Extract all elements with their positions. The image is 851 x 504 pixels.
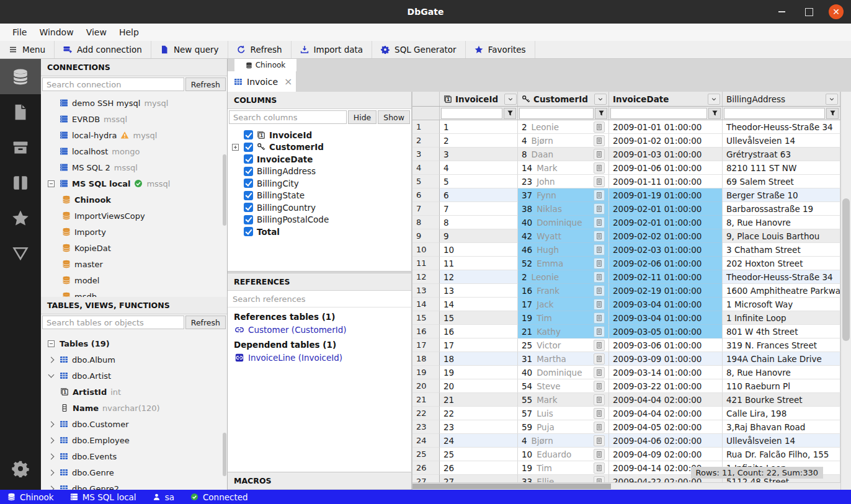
cell-customerid[interactable]: 54Steve <box>518 379 609 393</box>
column-checkbox-row-billingcity[interactable]: BillingCity <box>228 177 411 190</box>
connections-scrollbar[interactable] <box>223 154 226 226</box>
table-column-item-name[interactable]: Namenvarchar(120) <box>41 400 227 416</box>
cell-invoiceid[interactable]: 5 <box>440 175 518 188</box>
database-item-chinook[interactable]: Chinook <box>41 192 227 208</box>
filter-funnel-icon[interactable] <box>595 108 607 119</box>
row-number[interactable]: 10 <box>412 243 440 257</box>
cell-invoicedate[interactable]: 2009-03-09 01:00:00 <box>609 352 723 366</box>
cell-invoicedate[interactable]: 2009-03-04 01:00:00 <box>609 298 723 311</box>
cell-customerid[interactable]: 8Daan <box>518 148 609 161</box>
tables-group[interactable]: Tables (19) <box>41 335 227 351</box>
column-header-invoiceid[interactable]: 1InvoiceId <box>440 92 518 106</box>
cell-invoicedate[interactable]: 2009-02-11 01:00:00 <box>609 270 723 284</box>
cell-invoiceid[interactable]: 10 <box>440 243 518 257</box>
table-item-dbo-events[interactable]: dbo.Events <box>41 448 227 464</box>
activity-filter[interactable] <box>0 236 41 271</box>
open-detail-icon[interactable] <box>594 149 605 160</box>
checkbox[interactable] <box>244 130 253 139</box>
row-number[interactable]: 12 <box>412 270 440 284</box>
connection-item-ms-sql-local[interactable]: MS SQL localmssql <box>41 175 227 192</box>
column-checkbox-row-invoicedate[interactable]: InvoiceDate <box>228 153 411 166</box>
cell-customerid[interactable]: 21Kathy <box>518 325 609 338</box>
row-number[interactable]: 21 <box>412 393 440 407</box>
table-item-dbo-genre[interactable]: dbo.Genre <box>41 464 227 480</box>
cell-invoicedate[interactable]: 2009-02-01 01:00:00 <box>609 202 723 216</box>
table-column-item-artistid[interactable]: 1ArtistIdint <box>41 384 227 400</box>
column-checkbox-row-invoiceid[interactable]: 1InvoiceId <box>228 129 411 141</box>
toolbar-new-query-button[interactable]: New query <box>151 41 228 58</box>
cell-billingaddress[interactable]: 3,Raj Bhavan Road <box>723 420 840 434</box>
row-number[interactable]: 8 <box>412 216 440 229</box>
cell-billingaddress[interactable]: 110 Raeburn Pl <box>723 379 840 393</box>
connection-item-local-hydra[interactable]: local-hydramysql <box>41 127 227 143</box>
column-header-customerid[interactable]: CustomerId <box>518 92 609 106</box>
cell-invoiceid[interactable]: 15 <box>440 311 518 325</box>
toolbar-add-connection-button[interactable]: Add connection <box>55 41 151 58</box>
open-detail-icon[interactable] <box>594 462 605 474</box>
cell-invoicedate[interactable]: 2009-02-01 01:00:00 <box>609 216 723 229</box>
connection-item-localhost[interactable]: localhostmongo <box>41 143 227 159</box>
cell-invoiceid[interactable]: 2 <box>440 134 518 148</box>
column-menu-button[interactable] <box>594 94 607 105</box>
row-number[interactable]: 23 <box>412 420 440 434</box>
open-detail-icon[interactable] <box>594 217 605 228</box>
toolbar-sql-generator-button[interactable]: SQL Generator <box>372 41 466 58</box>
toolbar-refresh-button[interactable]: Refresh <box>228 41 292 58</box>
open-detail-icon[interactable] <box>594 394 605 405</box>
checkbox[interactable] <box>244 191 253 200</box>
cell-billingaddress[interactable]: 1 Infinite Loop <box>723 311 840 325</box>
table-item-dbo-album[interactable]: dbo.Album <box>41 351 227 368</box>
cell-billingaddress[interactable]: 1 Microsoft Way <box>723 298 840 311</box>
cell-invoicedate[interactable]: 2009-02-06 01:00:00 <box>609 257 723 270</box>
table-item-dbo-customer[interactable]: dbo.Customer <box>41 416 227 432</box>
chevron-right-icon[interactable] <box>47 454 56 459</box>
columns-search-input[interactable] <box>229 110 347 124</box>
cell-invoicedate[interactable]: 2009-01-11 01:00:00 <box>609 175 723 188</box>
cell-invoicedate[interactable]: 2009-01-01 01:00:00 <box>609 120 723 134</box>
cell-invoicedate[interactable]: 2009-02-19 01:00:00 <box>609 284 723 298</box>
cell-invoiceid[interactable]: 7 <box>440 202 518 216</box>
open-detail-icon[interactable] <box>594 422 605 433</box>
chevron-right-icon[interactable] <box>47 422 56 427</box>
cell-invoiceid[interactable]: 14 <box>440 298 518 311</box>
chevron-right-icon[interactable] <box>47 358 56 362</box>
row-number[interactable]: 22 <box>412 407 440 420</box>
cell-invoicedate[interactable]: 2009-04-05 02:00:00 <box>609 420 723 434</box>
cell-billingaddress[interactable]: Theodor-Heuss-Straße 34 <box>723 270 840 284</box>
menu-window[interactable]: Window <box>33 25 79 39</box>
cell-invoiceid[interactable]: 21 <box>440 393 518 407</box>
filter-input-customerid[interactable] <box>519 108 594 119</box>
cell-invoiceid[interactable]: 19 <box>440 366 518 379</box>
activity-library[interactable] <box>0 165 41 200</box>
open-detail-icon[interactable] <box>594 135 605 146</box>
row-number[interactable]: 20 <box>412 379 440 393</box>
row-number[interactable]: 3 <box>412 148 440 161</box>
connection-item-evrdb[interactable]: EVRDBmssql <box>41 111 227 127</box>
row-number[interactable]: 24 <box>412 434 440 448</box>
close-icon[interactable]: × <box>284 76 292 87</box>
open-detail-icon[interactable] <box>594 258 605 269</box>
collapse-icon[interactable] <box>47 180 56 187</box>
row-number[interactable]: 14 <box>412 298 440 311</box>
column-checkbox-row-customerid[interactable]: CustomerId <box>228 141 411 154</box>
open-detail-icon[interactable] <box>594 231 605 242</box>
cell-customerid[interactable]: 55Mark <box>518 393 609 407</box>
column-checkbox-row-billingpostalcode[interactable]: BillingPostalCode <box>228 214 411 226</box>
cell-customerid[interactable]: 37Fynn <box>518 188 609 202</box>
database-item-model[interactable]: model <box>41 272 227 288</box>
cell-invoiceid[interactable]: 3 <box>440 148 518 161</box>
row-number[interactable]: 9 <box>412 229 440 243</box>
cell-customerid[interactable]: 40Dominique <box>518 216 609 229</box>
open-detail-icon[interactable] <box>594 285 605 296</box>
checkbox[interactable] <box>244 167 253 176</box>
open-detail-icon[interactable] <box>594 162 605 174</box>
row-number[interactable]: 25 <box>412 448 440 461</box>
cell-customerid[interactable]: 10Eduardo <box>518 448 609 461</box>
cell-invoiceid[interactable]: 9 <box>440 229 518 243</box>
cell-customerid[interactable]: 2Leonie <box>518 270 609 284</box>
cell-customerid[interactable]: 19Tim <box>518 311 609 325</box>
cell-invoicedate[interactable]: 2009-03-06 01:00:00 <box>609 338 723 352</box>
row-number[interactable]: 15 <box>412 311 440 325</box>
cell-invoicedate[interactable]: 2009-03-04 01:00:00 <box>609 311 723 325</box>
cell-customerid[interactable]: 31Martha <box>518 352 609 366</box>
